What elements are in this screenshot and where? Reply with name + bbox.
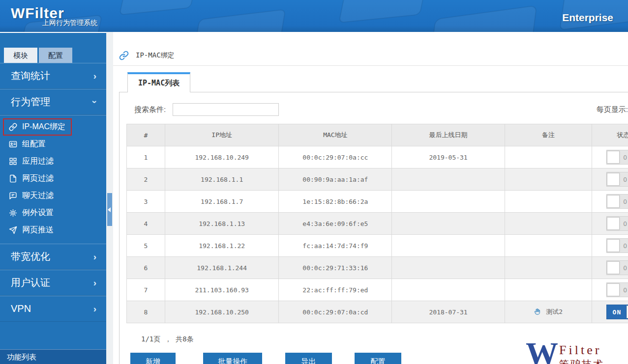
sidebar-section-query-stats[interactable]: 查询统计 › <box>0 63 106 89</box>
sidebar-section-vpn[interactable]: VPN › <box>0 296 106 322</box>
panel-body: 搜索条件: 每页显示: # IP地址 MAC地址 最后上线日期 备注 状 <box>119 92 628 364</box>
batch-operation-button[interactable]: 批量操作 <box>203 353 262 364</box>
toggle-label: ON <box>607 308 627 316</box>
sidebar-item-app-filter[interactable]: 应用过滤 <box>3 153 106 170</box>
sidebar-item-chat-filter[interactable]: 聊天过滤 <box>3 187 106 204</box>
cell-remark <box>505 168 592 191</box>
status-toggle[interactable]: OFF <box>606 216 628 231</box>
cell-mac: fc:aa:14:7d:74:f9 <box>279 235 392 257</box>
sidebar-item-label: 应用过滤 <box>22 156 54 167</box>
tab-modules[interactable]: 模块 <box>4 48 37 63</box>
col-mac: MAC地址 <box>279 124 392 146</box>
sidebar-collapse-handle[interactable] <box>107 193 112 226</box>
send-icon <box>9 226 17 234</box>
cell-remark <box>505 235 592 257</box>
cell-status: OFF <box>592 213 628 235</box>
cell-remark <box>505 191 592 213</box>
sidebar-item-ip-mac-binding[interactable]: IP-MAC绑定 <box>3 118 72 136</box>
sidebar-item-web-filter[interactable]: 网页过滤 <box>3 170 106 187</box>
cell-ip: 192.168.1.7 <box>165 191 279 213</box>
status-toggle[interactable]: OFF <box>606 172 628 187</box>
cell-index: 8 <box>127 301 165 323</box>
behavior-submenu: IP-MAC绑定 组配置 应用过滤 网页过滤 聊天过 <box>0 115 106 244</box>
add-button[interactable]: 新增 <box>130 353 176 364</box>
remark-text: 测试2 <box>546 308 563 315</box>
cell-ip: 192.168.1.22 <box>165 235 279 257</box>
status-toggle[interactable]: OFF <box>606 238 628 253</box>
sidebar-section-user-auth[interactable]: 用户认证 › <box>0 270 106 296</box>
grid-icon <box>9 157 17 166</box>
sidebar-tabs: 模块 配置 <box>0 48 106 63</box>
cell-status: OFF <box>592 235 628 257</box>
cell-status: OFF <box>592 168 628 191</box>
cell-ip: 192.168.1.244 <box>165 257 279 279</box>
breadcrumb: IP-MAC绑定 <box>113 32 628 66</box>
sidebar-item-label: 网页过滤 <box>22 173 54 184</box>
chevron-right-icon: › <box>93 71 96 81</box>
chevron-right-icon: › <box>93 304 96 313</box>
search-input[interactable] <box>173 103 279 116</box>
chevron-down-icon: › <box>90 100 99 103</box>
cell-status: ON <box>592 301 628 323</box>
sidebar-footer-function-list[interactable]: 功能列表 <box>0 349 106 364</box>
cell-index: 3 <box>127 191 165 213</box>
col-status: 状态 <box>592 124 628 146</box>
section-label: VPN <box>11 303 31 314</box>
app-header: WFilter 上网行为管理系统 Enterprise <box>0 0 628 32</box>
config-button[interactable]: 配置 <box>355 353 401 364</box>
status-toggle[interactable]: OFF <box>606 282 628 297</box>
toggle-knob <box>607 261 620 274</box>
sidebar-item-label: 网页推送 <box>22 225 54 235</box>
toggle-knob <box>607 239 620 252</box>
table-body: 1 192.168.10.249 00:0c:29:07:0a:cc 2019-… <box>127 146 628 323</box>
section-label: 带宽优化 <box>11 250 50 263</box>
toggle-label: OFF <box>620 264 628 272</box>
col-remark: 备注 <box>505 124 592 146</box>
chevron-right-icon: › <box>93 278 96 287</box>
ip-mac-panel: IP-MAC列表 搜索条件: 每页显示: # IP地址 MAC地址 最后上线日 <box>119 72 628 364</box>
status-toggle[interactable]: ON <box>606 305 628 319</box>
cell-mac: 22:ac:ff:ff:79:ed <box>279 279 392 301</box>
cell-last-online <box>392 257 505 279</box>
toggle-label: OFF <box>620 220 628 227</box>
toggle-label: OFF <box>620 242 628 250</box>
status-toggle[interactable]: OFF <box>606 260 628 275</box>
toggle-knob <box>607 195 620 208</box>
sidebar-item-group-config[interactable]: 组配置 <box>3 136 106 153</box>
cell-status: OFF <box>592 279 628 301</box>
cell-remark <box>505 257 592 279</box>
status-toggle[interactable]: OFF <box>606 194 628 209</box>
cell-mac: e4:3a:6e:09:6f:e5 <box>279 213 392 235</box>
hand-icon <box>534 309 541 317</box>
sidebar-item-exception-settings[interactable]: 例外设置 <box>3 204 106 222</box>
sidebar-item-web-push[interactable]: 网页推送 <box>3 222 106 239</box>
toggle-label: OFF <box>620 176 628 183</box>
sidebar-section-bandwidth[interactable]: 带宽优化 › <box>0 244 106 270</box>
toggle-label: OFF <box>620 286 628 294</box>
export-button[interactable]: 导出 <box>285 353 332 364</box>
cell-mac: 00:90:9a:aa:1a:af <box>279 168 392 191</box>
toggle-label: OFF <box>620 154 628 161</box>
cell-mac: 00:0c:29:71:33:16 <box>279 257 392 279</box>
toggle-knob <box>607 283 620 296</box>
cell-ip: 192.168.1.13 <box>165 213 279 235</box>
tab-config[interactable]: 配置 <box>39 48 72 63</box>
sidebar-section-behavior-mgmt[interactable]: 行为管理 › <box>0 89 106 115</box>
table-row: 8 192.168.10.250 00:0c:29:07:0a:cd 2018-… <box>127 301 628 323</box>
cell-ip: 192.168.10.250 <box>165 301 279 323</box>
brand-name: Filter <box>559 343 604 358</box>
cell-index: 1 <box>127 146 165 168</box>
gear-icon <box>9 209 17 217</box>
search-label: 搜索条件: <box>134 105 166 114</box>
cell-last-online <box>392 213 505 235</box>
cell-ip: 192.168.10.249 <box>165 146 279 168</box>
cell-remark <box>505 213 592 235</box>
search-row: 搜索条件: 每页显示: <box>126 102 628 124</box>
tab-ip-mac-list[interactable]: IP-MAC列表 <box>127 72 190 92</box>
table-row: 1 192.168.10.249 00:0c:29:07:0a:cc 2019-… <box>127 146 628 168</box>
table-row: 5 192.168.1.22 fc:aa:14:7d:74:f9 OFF <box>127 235 628 257</box>
section-label: 用户认证 <box>11 276 50 289</box>
cell-index: 6 <box>127 257 165 279</box>
col-last-online: 最后上线日期 <box>392 124 505 146</box>
status-toggle[interactable]: OFF <box>606 150 628 165</box>
